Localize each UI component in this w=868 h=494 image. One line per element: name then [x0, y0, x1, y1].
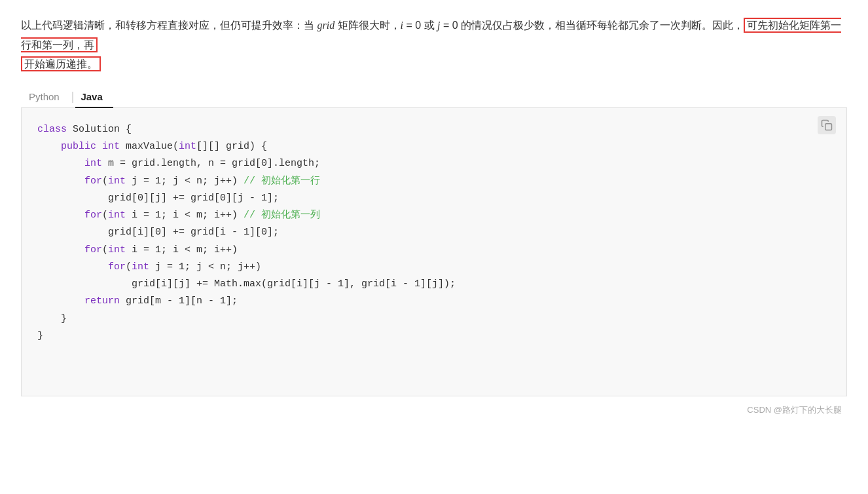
- copy-icon-svg: [821, 119, 833, 131]
- footer-credit: CSDN @路灯下的大长腿: [21, 404, 847, 416]
- lang-tabs: Python | Java: [21, 86, 847, 108]
- code-block: class Solution { public int maxValue(int…: [21, 108, 847, 396]
- code-content: class Solution { public int maxValue(int…: [37, 121, 831, 345]
- code-section: Python | Java class Solution { public in…: [21, 86, 847, 396]
- intro-text-1: 以上代码逻辑清晰，和转移方程直接对应，但仍可提升效率：当: [21, 20, 317, 31]
- intro-text-eq2: = 0: [441, 20, 458, 31]
- intro-italic-grid: grid: [317, 20, 335, 31]
- intro-paragraph: 以上代码逻辑清晰，和转移方程直接对应，但仍可提升效率：当 grid 矩阵很大时，…: [21, 16, 847, 74]
- intro-text-2: 矩阵很大时，: [335, 20, 400, 31]
- copy-button[interactable]: [818, 116, 836, 134]
- highlight-text-2: 开始遍历递推。: [21, 56, 101, 71]
- tab-java[interactable]: Java: [75, 86, 113, 107]
- tab-separator: |: [71, 90, 75, 104]
- intro-text-eq1: = 0 或: [403, 20, 437, 31]
- svg-rect-0: [825, 124, 832, 130]
- tab-python[interactable]: Python: [24, 86, 70, 107]
- page-container: 以上代码逻辑清晰，和转移方程直接对应，但仍可提升效率：当 grid 矩阵很大时，…: [0, 0, 868, 494]
